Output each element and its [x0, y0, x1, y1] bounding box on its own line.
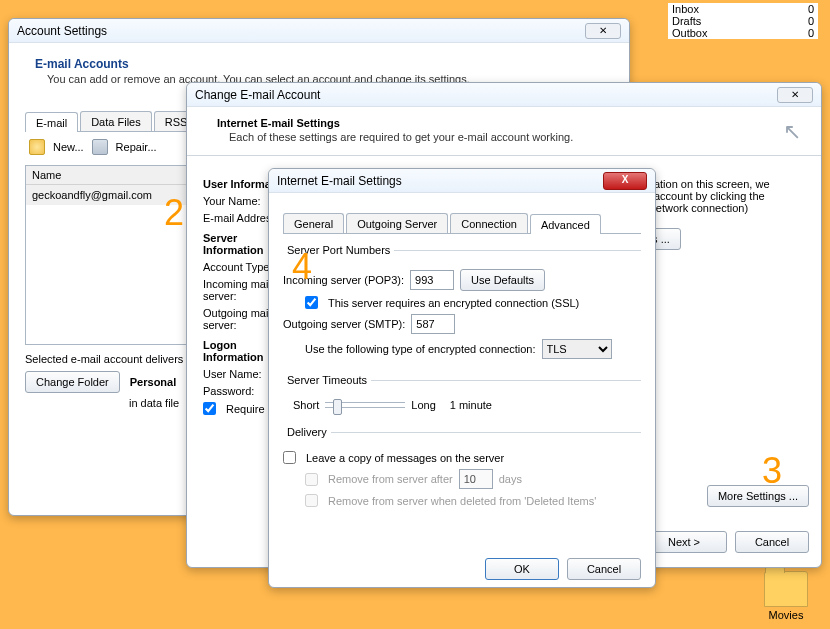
dialog-title: Internet E-mail Settings	[277, 174, 402, 188]
timeout-slider[interactable]	[325, 402, 405, 408]
cancel-button[interactable]: Cancel	[567, 558, 641, 580]
new-button[interactable]: New...	[53, 141, 84, 153]
remove-after-checkbox	[305, 473, 318, 486]
outgoing-port-input[interactable]	[411, 314, 455, 334]
desktop-folder-movies[interactable]: Movies	[762, 571, 810, 621]
long-label: Long	[411, 399, 435, 411]
desktop-folder-label: Movies	[762, 609, 810, 621]
remove-after-days-input	[459, 469, 493, 489]
timeout-value: 1 minute	[450, 399, 492, 411]
tab-data-files[interactable]: Data Files	[80, 111, 152, 131]
ok-button[interactable]: OK	[485, 558, 559, 580]
encryption-type-label: Use the following type of encrypted conn…	[305, 343, 536, 355]
leave-copy-checkbox[interactable]	[283, 451, 296, 464]
subtext: Each of these settings are required to g…	[229, 131, 805, 143]
heading: E-mail Accounts	[35, 57, 613, 71]
delivery-legend: Delivery	[283, 426, 331, 438]
server-port-numbers-legend: Server Port Numbers	[283, 244, 394, 256]
ssl-checkbox[interactable]	[305, 296, 318, 309]
personal-label: Personal	[130, 376, 176, 388]
settings-tabs: General Outgoing Server Connection Advan…	[283, 213, 641, 234]
tab-advanced[interactable]: Advanced	[530, 214, 601, 234]
remove-deleted-checkbox	[305, 494, 318, 507]
incoming-port-input[interactable]	[410, 270, 454, 290]
repair-button[interactable]: Repair...	[116, 141, 157, 153]
internet-email-settings-dialog: Internet E-mail Settings X General Outgo…	[268, 168, 656, 588]
heading: Internet E-mail Settings	[217, 117, 340, 129]
repair-icon	[92, 139, 108, 155]
tab-email[interactable]: E-mail	[25, 112, 78, 132]
window-title: Account Settings	[17, 24, 107, 38]
tab-outgoing-server[interactable]: Outgoing Server	[346, 213, 448, 233]
short-label: Short	[293, 399, 319, 411]
leave-copy-label: Leave a copy of messages on the server	[306, 452, 504, 464]
encryption-type-select[interactable]: TLS	[542, 339, 612, 359]
close-button[interactable]: ✕	[777, 87, 813, 103]
new-icon	[29, 139, 45, 155]
pointer-icon: ↖	[783, 119, 801, 145]
outgoing-server-label: Outgoing server (SMTP):	[283, 318, 405, 330]
change-folder-button[interactable]: Change Folder	[25, 371, 120, 393]
require-checkbox[interactable]	[203, 402, 216, 415]
server-timeouts-legend: Server Timeouts	[283, 374, 371, 386]
remove-deleted-label: Remove from server when deleted from 'De…	[328, 495, 596, 507]
more-settings-button[interactable]: More Settings ...	[707, 485, 809, 507]
use-defaults-button[interactable]: Use Defaults	[460, 269, 545, 291]
close-button[interactable]: ✕	[585, 23, 621, 39]
close-button[interactable]: X	[603, 172, 647, 190]
incoming-server-label: Incoming server (POP3):	[283, 274, 404, 286]
ssl-label: This server requires an encrypted connec…	[328, 297, 579, 309]
remove-after-label: Remove from server after	[328, 473, 453, 485]
days-label: days	[499, 473, 522, 485]
tab-general[interactable]: General	[283, 213, 344, 233]
tab-connection[interactable]: Connection	[450, 213, 528, 233]
window-title: Change E-mail Account	[195, 88, 320, 102]
mail-folder-counts: Inbox0 Drafts0 Outbox0	[668, 3, 818, 39]
cancel-button[interactable]: Cancel	[735, 531, 809, 553]
